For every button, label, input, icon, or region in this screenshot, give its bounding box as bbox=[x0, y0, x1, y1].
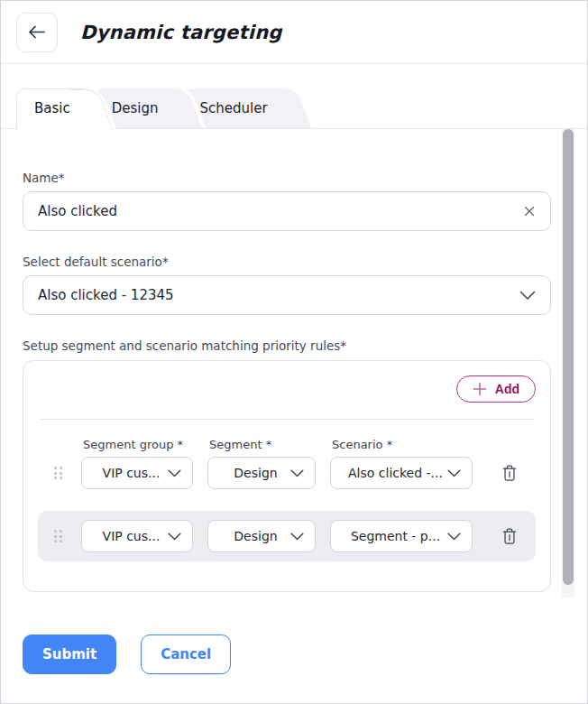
default-scenario-label: Select default scenario* bbox=[23, 255, 551, 269]
tab-bar: Basic Design Scheduler bbox=[16, 88, 587, 128]
chevron-down-icon bbox=[168, 469, 181, 477]
plus-icon bbox=[473, 382, 487, 396]
drag-handle-icon[interactable] bbox=[54, 467, 67, 479]
dynamic-targeting-screen: Dynamic targeting Basic Design Scheduler… bbox=[0, 0, 588, 704]
rules-divider bbox=[40, 419, 534, 420]
chevron-down-icon bbox=[290, 533, 304, 541]
default-scenario-field-group: Select default scenario* Also clicked - … bbox=[23, 255, 551, 315]
chevron-down-icon bbox=[447, 469, 461, 477]
segment-value: Design bbox=[221, 466, 290, 480]
scrollbar-thumb[interactable] bbox=[563, 129, 574, 585]
scenario-select[interactable]: Also clicked -... bbox=[330, 457, 473, 489]
scrollbar-track[interactable] bbox=[562, 129, 574, 597]
back-button[interactable] bbox=[16, 13, 58, 52]
tab-design-label: Design bbox=[112, 100, 159, 116]
tab-basic[interactable]: Basic bbox=[16, 88, 110, 128]
header: Dynamic targeting bbox=[1, 1, 587, 64]
footer-actions: Submit Cancel bbox=[1, 597, 587, 674]
scenario-value: Also clicked -... bbox=[344, 466, 447, 480]
name-field-group: Name* Also clicked bbox=[23, 171, 551, 231]
segment-value: Design bbox=[221, 529, 290, 543]
delete-rule-button[interactable] bbox=[498, 461, 521, 485]
name-input[interactable]: Also clicked bbox=[23, 191, 551, 231]
trash-icon bbox=[501, 464, 518, 482]
rules-column-headers: Segment group * Segment * Scenario * bbox=[38, 438, 536, 451]
chevron-down-icon bbox=[290, 469, 304, 477]
chevron-down-icon bbox=[447, 533, 461, 541]
segment-group-value: VIP cus... bbox=[95, 466, 168, 480]
scenario-select[interactable]: Segment - p... bbox=[330, 520, 473, 552]
trash-icon bbox=[501, 527, 518, 545]
page-title: Dynamic targeting bbox=[80, 22, 282, 43]
tab-scheduler-label: Scheduler bbox=[200, 100, 268, 116]
chevron-down-icon bbox=[168, 533, 181, 541]
add-rule-label: Add bbox=[495, 382, 519, 396]
rule-row: VIP cus... Design bbox=[38, 511, 536, 561]
scenario-value: Segment - p... bbox=[344, 529, 447, 543]
rules-label: Setup segment and scenario matching prio… bbox=[23, 338, 551, 353]
add-rule-button[interactable]: Add bbox=[456, 375, 536, 403]
tab-basic-label: Basic bbox=[34, 100, 70, 116]
rules-toolbar: Add bbox=[38, 375, 536, 403]
default-scenario-value: Also clicked - 12345 bbox=[38, 287, 519, 303]
name-label: Name* bbox=[23, 171, 551, 185]
rules-box: Add Segment group * Segment * Scenario * bbox=[23, 360, 551, 592]
column-header-segment-group: Segment group * bbox=[81, 438, 193, 451]
tab-scheduler[interactable]: Scheduler bbox=[182, 88, 308, 128]
chevron-down-icon bbox=[519, 291, 536, 301]
segment-select[interactable]: Design bbox=[207, 457, 316, 489]
basic-tab-panel: Name* Also clicked Select default scenar… bbox=[1, 128, 587, 597]
column-header-segment: Segment * bbox=[207, 438, 316, 451]
name-input-value: Also clicked bbox=[38, 203, 523, 219]
submit-button[interactable]: Submit bbox=[23, 635, 116, 674]
clear-icon[interactable] bbox=[523, 205, 536, 218]
segment-group-select[interactable]: VIP cus... bbox=[81, 457, 193, 489]
arrow-left-icon bbox=[28, 25, 46, 39]
default-scenario-select[interactable]: Also clicked - 12345 bbox=[23, 275, 551, 315]
rule-row-grid: VIP cus... Design bbox=[38, 520, 536, 552]
segment-group-select[interactable]: VIP cus... bbox=[81, 520, 193, 552]
column-header-scenario: Scenario * bbox=[330, 438, 473, 451]
cancel-button[interactable]: Cancel bbox=[141, 635, 231, 674]
rule-row: VIP cus... Design Also cli bbox=[38, 457, 536, 489]
delete-rule-button[interactable] bbox=[498, 524, 521, 548]
segment-group-value: VIP cus... bbox=[95, 529, 168, 543]
segment-select[interactable]: Design bbox=[207, 520, 316, 552]
rules-field-group: Setup segment and scenario matching prio… bbox=[23, 338, 551, 592]
drag-handle-icon[interactable] bbox=[54, 530, 67, 542]
